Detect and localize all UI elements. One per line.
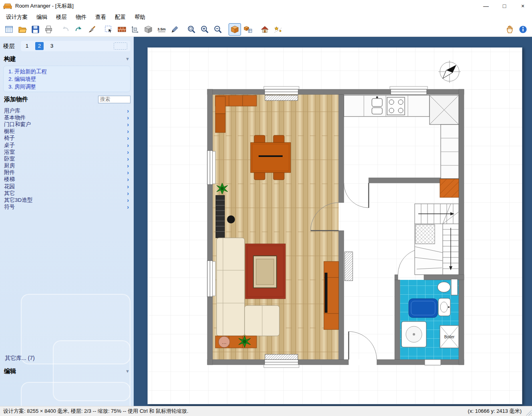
- pan-tool-button[interactable]: [504, 23, 516, 36]
- build-step-new-project[interactable]: 1. 开始新的工程: [8, 68, 125, 75]
- window-title: Room Arranger - [无标题]: [15, 2, 74, 10]
- view-3d-icon: [230, 25, 239, 34]
- chevron-right-icon: ›: [127, 108, 129, 114]
- category-cabinets[interactable]: 橱柜›: [4, 128, 129, 135]
- view-3d-dual-button[interactable]: [242, 23, 254, 36]
- design-canvas[interactable]: …: [134, 37, 532, 406]
- category-other[interactable]: 其它›: [4, 190, 129, 197]
- zoom-fit-button[interactable]: [185, 23, 198, 36]
- open-folder-icon: [18, 25, 27, 34]
- move-object-button[interactable]: [142, 23, 155, 36]
- collapse-build-icon[interactable]: ▼: [125, 56, 130, 61]
- category-tables[interactable]: 桌子›: [4, 142, 129, 149]
- chevron-right-icon: ›: [127, 149, 129, 155]
- chevron-right-icon: ›: [127, 190, 129, 197]
- zoom-fit-icon: [187, 25, 196, 34]
- pen-icon: [170, 25, 179, 34]
- chevron-right-icon: ›: [127, 156, 129, 162]
- collapse-edit-icon[interactable]: ▼: [125, 369, 130, 374]
- toolbar: 3.5m: [0, 22, 532, 37]
- floor-tab-1[interactable]: 1: [23, 42, 31, 50]
- undo-icon: [61, 25, 70, 34]
- menu-floor[interactable]: 楼层: [52, 12, 71, 22]
- view-3d-button[interactable]: [229, 23, 241, 36]
- walkthrough-button[interactable]: [272, 23, 284, 36]
- floor-tab-2[interactable]: 2: [35, 42, 44, 50]
- print-icon: [44, 25, 53, 34]
- category-bedroom[interactable]: 卧室›: [4, 155, 129, 162]
- status-plan-info: 设计方案: 8255 × 8400 毫米, 楼层: 2/3 -- 缩放: 75%…: [3, 408, 189, 415]
- wall-tool-button[interactable]: [116, 23, 128, 36]
- floor-more-button[interactable]: [114, 42, 127, 50]
- category-basic-objects[interactable]: 基本物件›: [4, 114, 129, 121]
- pan-hand-icon: [505, 25, 514, 34]
- close-button[interactable]: ×: [514, 0, 532, 12]
- floor-tab-3[interactable]: 3: [48, 42, 56, 50]
- menu-view[interactable]: 查看: [91, 12, 110, 22]
- category-garden[interactable]: 花园›: [4, 183, 129, 190]
- info-button[interactable]: [517, 23, 529, 36]
- view-house-3d-button[interactable]: [259, 23, 271, 36]
- staircase[interactable]: [415, 204, 459, 275]
- move-box-icon: [144, 25, 153, 34]
- category-symbols[interactable]: 符号›: [4, 204, 129, 211]
- print-button[interactable]: [42, 23, 55, 36]
- redo-button[interactable]: [72, 23, 85, 36]
- measure-button[interactable]: 3.5m: [155, 23, 168, 36]
- maximize-button[interactable]: □: [495, 0, 514, 12]
- category-doors-windows[interactable]: 门口和窗户›: [4, 121, 129, 128]
- cabinet: [215, 114, 225, 133]
- menu-help[interactable]: 帮助: [130, 12, 150, 22]
- add-objects-header: 添加物件: [4, 94, 130, 104]
- menu-bar: 设计方案 编辑 楼层 物件 查看 配置 帮助: [0, 12, 532, 22]
- other-libraries-link[interactable]: 其它库... (7): [5, 355, 35, 362]
- select-area-icon: [104, 25, 113, 34]
- category-chairs[interactable]: 椅子›: [4, 135, 129, 142]
- format-brush-button[interactable]: [86, 23, 98, 36]
- add-objects-title: 添加物件: [4, 96, 28, 103]
- category-other-3d[interactable]: 其它3D造型›: [4, 197, 129, 203]
- undo-button[interactable]: [59, 23, 72, 36]
- category-kitchen[interactable]: 厨房›: [4, 163, 129, 169]
- zoom-out-button[interactable]: [212, 23, 224, 36]
- build-step-adjust-rooms[interactable]: 3. 房间调整: [8, 83, 125, 90]
- resize-grip[interactable]: [526, 410, 532, 416]
- chevron-right-icon: ›: [127, 142, 129, 149]
- round-table-dots: …: [222, 340, 227, 345]
- build-step-edit-walls[interactable]: 2. 编辑墙壁: [8, 75, 125, 83]
- save-button[interactable]: [29, 23, 42, 36]
- chevron-right-icon: ›: [127, 121, 129, 128]
- measure-label: 3.5m: [157, 27, 166, 31]
- category-bathroom[interactable]: 浴室›: [4, 149, 129, 155]
- view-3d-side-icon: [243, 25, 253, 34]
- walkthrough-icon: [273, 25, 283, 34]
- category-accessories[interactable]: 附件›: [4, 169, 129, 176]
- category-user-library[interactable]: 用户库›: [4, 107, 129, 114]
- plan-page[interactable]: …: [147, 47, 522, 404]
- dimension-tool-button[interactable]: [129, 23, 141, 36]
- house-3d-icon: [260, 25, 269, 34]
- zoom-in-button[interactable]: [199, 23, 211, 36]
- menu-object[interactable]: 物件: [71, 12, 91, 22]
- object-category-list: 用户库› 基本物件› 门口和窗户› 橱柜› 椅子› 桌子› 浴室› 卧室› 厨房…: [4, 107, 129, 211]
- toilet-tank: [451, 279, 458, 295]
- floor-plan[interactable]: …: [148, 48, 522, 404]
- new-button[interactable]: [3, 23, 15, 36]
- menu-design[interactable]: 设计方案: [2, 12, 32, 22]
- minimize-button[interactable]: —: [477, 0, 495, 12]
- floors-label: 楼层: [3, 42, 21, 50]
- category-stairs[interactable]: 楼梯›: [4, 176, 129, 183]
- menu-edit[interactable]: 编辑: [32, 12, 52, 22]
- select-tool-button[interactable]: [102, 23, 115, 36]
- pen-tool-button[interactable]: [169, 23, 181, 36]
- chevron-right-icon: ›: [127, 163, 129, 169]
- boiler-label: Boiler: [444, 335, 455, 339]
- open-button[interactable]: [16, 23, 28, 36]
- chevron-right-icon: ›: [127, 128, 129, 135]
- menu-options[interactable]: 配置: [110, 12, 130, 22]
- dining-table: [251, 143, 291, 173]
- chevron-right-icon: ›: [127, 176, 129, 183]
- status-bar: 设计方案: 8255 × 8400 毫米, 楼层: 2/3 -- 缩放: 75%…: [0, 406, 532, 416]
- wall-icon: [117, 25, 126, 34]
- search-input[interactable]: [98, 96, 130, 103]
